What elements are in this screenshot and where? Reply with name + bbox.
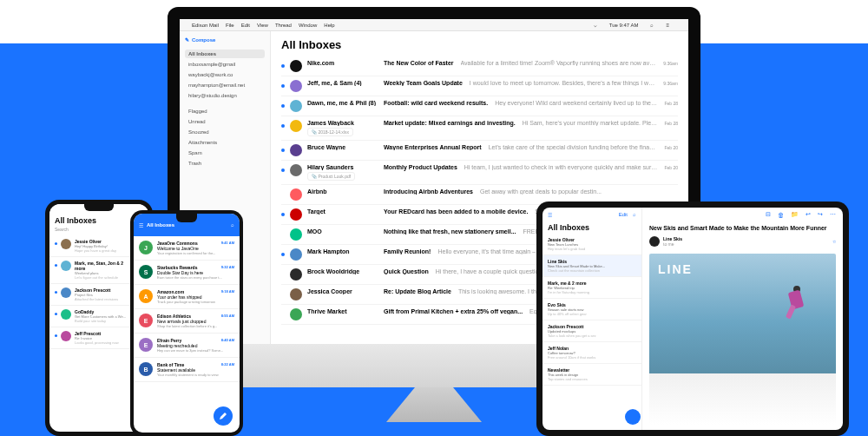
message-row[interactable]: Jeff, me, & Sam (4) Weekly Team Goals Up… <box>281 76 678 96</box>
message-time: 9:18 AM <box>221 289 234 294</box>
avatar: E <box>139 314 153 327</box>
menubar-thread[interactable]: Thread <box>275 23 292 28</box>
avatar: J <box>139 241 153 254</box>
message-row[interactable]: E Efrain Perry8:40 AM Meeting reschedule… <box>134 334 240 358</box>
unread-dot <box>281 168 285 172</box>
unread-dot <box>281 273 285 276</box>
edit-button[interactable]: Edit <box>619 212 628 217</box>
message-row[interactable]: Line Skis New Skis and Smart Made to Mak… <box>542 255 641 277</box>
menubar-edit[interactable]: Edit <box>241 23 250 28</box>
trash-icon[interactable]: 🗑 <box>778 212 784 218</box>
message-subject: Family Reunion! <box>384 248 431 254</box>
sidebar-account[interactable]: hilary@studio.design <box>185 91 265 100</box>
menubar-window[interactable]: Window <box>299 23 317 28</box>
message-row[interactable]: S Starbucks Rewards9:32 AM Double Star D… <box>134 261 240 285</box>
message-preview: Hope you have a great day <box>75 248 127 253</box>
archive-icon[interactable]: ⊟ <box>766 211 771 218</box>
message-row[interactable]: Newsletter This week in design Top stori… <box>542 364 641 386</box>
sidebar-all-inboxes[interactable]: All Inboxes <box>185 50 265 58</box>
compose-button[interactable]: ✎ Compose <box>185 36 265 43</box>
unread-dot <box>281 213 285 216</box>
avatar <box>290 268 302 281</box>
message-row[interactable]: J JavaOne Commons9:41 AM Welcome to Java… <box>134 236 240 261</box>
sidebar-spam[interactable]: Spam <box>185 149 265 157</box>
avatar <box>290 188 302 201</box>
message-time: 9:41 AM <box>221 241 234 246</box>
wifi-icon[interactable]: ⌵ <box>594 22 597 28</box>
avatar <box>290 100 302 112</box>
avatar <box>290 80 302 92</box>
unread-dot <box>281 149 285 152</box>
message-row[interactable]: Mark, me & 2 more Re: Weekend trip I'm i… <box>542 277 641 299</box>
sidebar-snoozed[interactable]: Snoozed <box>185 128 265 136</box>
macos-menubar: Edison Mail File Edit View Thread Window… <box>180 19 688 31</box>
message-row[interactable]: A Amazon.com9:18 AM Your order has shipp… <box>134 285 240 309</box>
menubar-app[interactable]: Edison Mail <box>192 23 219 28</box>
menu-icon[interactable]: ☰ <box>548 212 552 218</box>
message-subject: New Skis and Smart Made to Make the Moun… <box>642 221 843 235</box>
sidebar-flagged[interactable]: Flagged <box>185 107 265 116</box>
search-icon[interactable]: ⌕ <box>231 222 234 228</box>
message-row[interactable]: Hilary Saunders Monthly Product Updates … <box>281 161 678 185</box>
menu-icon[interactable]: ☰ <box>139 222 143 228</box>
search-icon[interactable]: ⌕ <box>650 23 654 28</box>
sidebar-attachments[interactable]: Attachments <box>185 138 265 147</box>
attachment-chip[interactable]: 📎 Product Look.pdf <box>307 172 355 181</box>
message-date: Feb 20 <box>664 145 678 150</box>
more-icon[interactable]: ⋯ <box>830 211 836 218</box>
message-row[interactable]: Dawn, me, me & Phil (8) Football: wild c… <box>281 96 678 116</box>
message-row[interactable]: Evo Skis Season sale starts now Up to 40… <box>542 299 641 320</box>
message-sender: Mark, me, Stan, Jon & 2 more <box>75 261 127 271</box>
sidebar-unread[interactable]: Unread <box>185 117 265 126</box>
attachment-chip[interactable]: 📎 2018-12-14.xlsx <box>307 128 353 136</box>
message-preview: Shop the latest collection before it's g… <box>157 324 234 328</box>
menubar-file[interactable]: File <box>226 23 234 28</box>
message-row[interactable]: Bruce Wayne Wayne Enterprises Annual Rep… <box>281 141 678 161</box>
sidebar-account[interactable]: mayhampton@email.net <box>185 81 265 89</box>
avatar <box>649 236 660 247</box>
avatar <box>290 248 302 261</box>
notification-icon[interactable]: ≡ <box>666 23 669 28</box>
page-title: All Inboxes <box>542 221 641 234</box>
unread-dot <box>281 124 285 128</box>
unread-dot <box>281 233 285 236</box>
android-device: ☰ All Inboxes ⌕ J JavaOne Commons9:41 AM… <box>130 210 243 436</box>
message-preview: Earn twice the stars on every purchase t… <box>157 275 234 280</box>
message-sender: Mark Hampton <box>307 248 377 254</box>
menubar-view[interactable]: View <box>257 23 268 28</box>
reply-icon[interactable]: ↩ <box>806 211 811 218</box>
message-row[interactable]: Jackson Prescott Updated mockups Take a … <box>542 320 641 342</box>
forward-icon[interactable]: ↪ <box>818 211 823 218</box>
message-preview: Free around 10am if that works <box>548 355 636 360</box>
search-icon[interactable]: ⌕ <box>633 212 636 217</box>
avatar: E <box>139 338 153 352</box>
message-sender: Nike.com <box>307 60 377 66</box>
message-sender: Hilary Saunders <box>307 164 377 170</box>
sidebar-trash[interactable]: Trash <box>185 159 265 168</box>
message-row[interactable]: B Bank of Time8:22 AM Statement availabl… <box>134 358 240 382</box>
message-hero-image: LINE <box>649 254 836 425</box>
compose-fab[interactable] <box>214 406 233 426</box>
unread-dot <box>55 291 57 294</box>
star-icon[interactable]: ☆ <box>832 239 836 244</box>
unread-dot <box>55 334 57 337</box>
message-sender: Airbnb <box>307 188 377 195</box>
avatar <box>290 288 302 301</box>
message-date: Feb 28 <box>664 121 678 126</box>
message-subject: Gift from Primal Kitchen + extra 25% off… <box>384 308 523 314</box>
menubar-clock[interactable]: Tue 9:47 AM <box>609 23 639 28</box>
sidebar-account[interactable]: waybackj@work.co <box>185 70 265 79</box>
message-row[interactable]: Jessie Oliver New Team Lunches Hey team … <box>542 234 641 255</box>
message-preview: Let's take care of the special division … <box>489 144 658 150</box>
sidebar-account[interactable]: inboxsample@gmail <box>185 60 265 69</box>
message-row[interactable]: James Wayback Market update: Mixed earni… <box>281 116 678 141</box>
menubar-help[interactable]: Help <box>324 23 334 28</box>
message-row[interactable]: E Edison Athletics8:55 AM New arrivals j… <box>134 309 240 334</box>
message-sender: Dawn, me, me & Phil (8) <box>307 100 377 106</box>
avatar: A <box>139 289 153 303</box>
compose-fab[interactable] <box>625 409 641 425</box>
message-row[interactable]: Jeff Nolan Coffee tomorrow? Free around … <box>542 342 641 364</box>
unread-dot <box>281 253 285 256</box>
message-row[interactable]: Nike.com The New Color of Faster Availab… <box>281 56 678 76</box>
folder-icon[interactable]: 📁 <box>791 211 799 218</box>
